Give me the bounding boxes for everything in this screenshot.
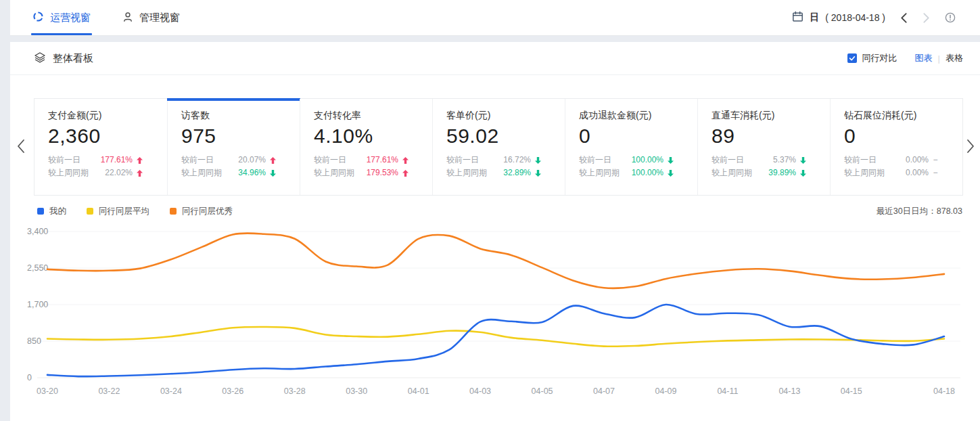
metric-compare-row: 较上周同期39.89% <box>711 167 806 179</box>
metric-card[interactable]: 直通车消耗(元) 89 较前一日5.37%较上周同期39.89% <box>697 99 830 195</box>
x-axis-label: 04-09 <box>655 386 677 396</box>
legend-label: 我的 <box>49 206 66 217</box>
metric-card[interactable]: 钻石展位消耗(元) 0 较前一日0.00%−较上周同期0.00%− <box>830 99 962 195</box>
x-axis-label: 03-30 <box>346 386 367 396</box>
layers-icon <box>34 51 46 66</box>
compare-label: 较前一日 <box>314 154 346 167</box>
metric-card-rows: 较前一日20.07%较上周同期34.96% <box>181 154 276 179</box>
tab-operations-window[interactable]: 运营视窗 <box>32 0 91 35</box>
series-line-同行同层优秀 <box>47 233 944 288</box>
down-trend-icon <box>799 170 806 177</box>
metric-card[interactable]: 支付金额(元) 2,360 较前一日177.61%较上周同期22.02% <box>34 99 167 195</box>
compare-label: 较上周同期 <box>181 167 222 179</box>
metric-compare-row: 较前一日20.07% <box>181 154 276 167</box>
compare-label: 较前一日 <box>844 154 877 167</box>
up-trend-icon <box>402 170 409 177</box>
metric-card-rows: 较前一日177.61%较上周同期179.53% <box>314 154 409 179</box>
board-header-controls: 同行对比 图表 | 表格 <box>847 52 963 64</box>
x-axis-label: 04-15 <box>841 386 862 396</box>
tab-label: 运营视窗 <box>50 12 91 24</box>
dashboard-panel: 整体看板 同行对比 图表 | 表格 支付金额(元) 2,360 较前一日177.… <box>10 42 980 421</box>
series-line-同行同层平均 <box>47 327 944 347</box>
metric-compare-row: 较上周同期0.00%− <box>844 167 939 179</box>
x-axis-label: 04-11 <box>717 386 738 396</box>
legend-label: 同行同层平均 <box>99 206 149 217</box>
date-picker[interactable]: 日 ( 2018-04-18 ) <box>792 11 885 24</box>
metric-card[interactable]: 客单价(元) 59.02 较前一日16.72%较上周同期32.89% <box>432 99 565 195</box>
legend-label: 同行同层优秀 <box>182 206 233 217</box>
up-trend-icon <box>402 157 409 164</box>
x-axis-label: 04-18 <box>933 386 955 396</box>
compare-label: 较前一日 <box>446 154 479 167</box>
legend-item[interactable]: 同行同层平均 <box>87 206 149 217</box>
tab-management-window[interactable]: 管理视窗 <box>122 0 180 35</box>
active-tab-underline <box>31 33 92 35</box>
y-axis-label: 0 <box>27 373 32 382</box>
metric-card[interactable]: 成功退款金额(元) 0 较前一日100.00%较上周同期100.00% <box>565 99 697 195</box>
compare-label: 较前一日 <box>48 154 80 167</box>
peer-compare-checkbox[interactable] <box>847 53 857 63</box>
metric-card-title: 成功退款金额(元) <box>579 110 691 121</box>
series-line-我的 <box>47 305 944 376</box>
x-axis-label: 04-05 <box>532 386 553 396</box>
compare-label: 较前一日 <box>711 154 744 167</box>
metric-card-title: 访客数 <box>181 110 293 121</box>
chart-legend-row: 我的同行同层平均同行同层优秀 最近30日日均：878.03 <box>37 204 962 219</box>
compare-value: 22.02% <box>89 167 133 179</box>
y-axis-label: 3,400 <box>27 227 48 236</box>
down-trend-icon <box>799 157 806 164</box>
metric-card[interactable]: 支付转化率 4.10% 较前一日177.61%较上周同期179.53% <box>300 99 432 195</box>
view-table-link[interactable]: 表格 <box>946 52 963 64</box>
tab-label: 管理视窗 <box>139 12 180 24</box>
next-date-button[interactable] <box>923 12 930 24</box>
cards-scroll-right-button[interactable] <box>965 138 976 154</box>
down-trend-icon <box>534 170 541 177</box>
y-axis-label: 850 <box>27 336 41 346</box>
metric-compare-row: 较前一日177.61% <box>48 154 143 167</box>
top-nav-bar: 运营视窗 管理视窗 日 ( 2018-04-18 ) <box>10 0 980 36</box>
legend-item[interactable]: 同行同层优秀 <box>170 206 233 217</box>
metric-card-value: 59.02 <box>446 125 558 148</box>
metric-card[interactable]: 访客数 975 较前一日20.07%较上周同期34.96% <box>167 99 300 195</box>
peer-compare-label: 同行对比 <box>862 52 897 64</box>
prev-date-button[interactable] <box>900 12 908 24</box>
metric-card-value: 2,360 <box>48 125 160 148</box>
x-axis-label: 04-13 <box>778 386 800 396</box>
compare-label: 较上周同期 <box>48 167 89 179</box>
board-title-group: 整体看板 <box>34 51 93 66</box>
compare-label: 较上周同期 <box>844 167 885 179</box>
metric-card-value: 0 <box>579 125 691 148</box>
legend-item[interactable]: 我的 <box>37 206 66 217</box>
y-axis-label: 2,550 <box>27 263 48 273</box>
x-axis-label: 03-24 <box>160 386 182 396</box>
metric-compare-row: 较上周同期22.02% <box>48 167 143 179</box>
view-chart-link[interactable]: 图表 <box>915 52 933 64</box>
compare-value: 100.00% <box>620 167 663 179</box>
date-range: ( 2018-04-18 ) <box>825 12 885 23</box>
metric-card-value: 975 <box>181 125 293 148</box>
compare-value: 179.53% <box>354 167 398 179</box>
window-tabs: 运营视窗 管理视窗 <box>10 0 212 35</box>
metric-card-title: 支付金额(元) <box>48 110 160 121</box>
metric-card-value: 0 <box>844 125 956 148</box>
y-axis-label: 1,700 <box>27 300 48 309</box>
compare-label: 较上周同期 <box>446 167 487 179</box>
up-trend-icon <box>269 157 276 164</box>
compare-label: 较前一日 <box>579 154 611 167</box>
compare-label: 较上周同期 <box>314 167 354 179</box>
metric-card-rows: 较前一日0.00%−较上周同期0.00%− <box>844 154 939 179</box>
x-axis-label: 03-26 <box>222 386 243 396</box>
legend-swatch <box>37 208 44 215</box>
compare-value: 20.07% <box>214 154 266 167</box>
metric-card-title: 钻石展位消耗(元) <box>844 110 956 121</box>
compare-label: 较上周同期 <box>711 167 752 179</box>
metric-card-title: 直通车消耗(元) <box>711 110 823 121</box>
info-icon[interactable] <box>945 12 956 23</box>
metric-card-value: 4.10% <box>314 125 425 148</box>
cards-scroll-left-button[interactable] <box>16 138 26 154</box>
operations-window-icon <box>32 11 44 24</box>
trend-chart: 08501,7002,5503,40003-2003-2203-2403-260… <box>10 222 980 408</box>
compare-value: 0.00% <box>885 167 929 179</box>
flat-trend-icon: − <box>932 167 939 179</box>
metric-compare-row: 较前一日0.00%− <box>844 154 939 167</box>
